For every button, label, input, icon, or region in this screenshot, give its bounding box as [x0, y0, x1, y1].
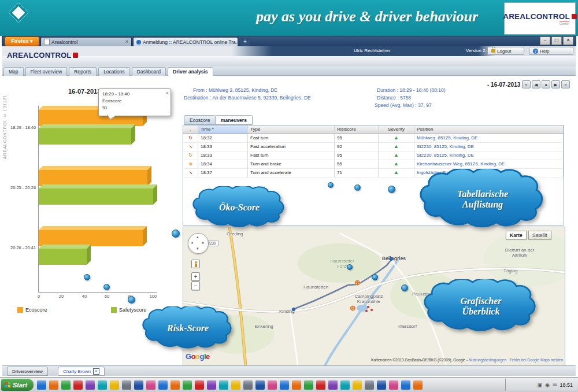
maneuver-map-marker[interactable]: ⊕: [354, 278, 361, 287]
start-button[interactable]: Start: [1, 379, 34, 391]
tab-locations[interactable]: Locations: [98, 67, 129, 76]
next-day-button[interactable]: ▶: [551, 80, 560, 88]
map-pan-control[interactable]: ▴ ▾ ◂ ▸: [188, 233, 209, 254]
tab-driver-analysis[interactable]: Driver analysis: [168, 67, 213, 76]
taskbar-icon[interactable]: [122, 380, 131, 390]
column-severity[interactable]: Severity: [379, 125, 414, 134]
volume-icon[interactable]: ◉: [545, 382, 550, 388]
taskbar-icon[interactable]: [231, 380, 240, 390]
last-day-button[interactable]: »: [561, 80, 570, 88]
tab-driveroverview[interactable]: Driveroverview: [7, 367, 48, 376]
browser-tab-arealcontrol[interactable]: Arealcontrol ×: [40, 37, 132, 46]
maximize-button[interactable]: ▢: [551, 36, 562, 45]
severity-icon: ▲: [394, 143, 399, 149]
taskbar-icon[interactable]: [328, 380, 338, 390]
tab-map[interactable]: Map: [3, 67, 24, 76]
tooltip-close-icon[interactable]: ×: [166, 90, 169, 98]
tab-ecoscore[interactable]: Ecoscore: [184, 115, 216, 125]
taskbar-icon[interactable]: [110, 380, 119, 390]
map-score-dot[interactable]: [372, 274, 378, 280]
column-type[interactable]: Type: [248, 125, 335, 134]
taskbar-icon[interactable]: [243, 380, 253, 390]
tab-charly-brown[interactable]: Charly Brown ×: [58, 367, 105, 376]
pan-up-icon[interactable]: ▴: [197, 235, 199, 239]
network-icon[interactable]: ▣: [538, 382, 543, 388]
taskbar-icon[interactable]: [61, 380, 71, 390]
tab-close-icon[interactable]: ×: [125, 39, 128, 45]
zoom-in-button[interactable]: +: [191, 272, 200, 281]
taskbar-icon[interactable]: [73, 380, 83, 390]
minimize-button[interactable]: –: [540, 36, 550, 45]
help-button[interactable]: ? Help: [529, 47, 573, 55]
taskbar-icon[interactable]: [340, 380, 350, 390]
taskbar-icon[interactable]: [268, 380, 277, 390]
taskbar-icon[interactable]: [158, 380, 168, 390]
taskbar-icon[interactable]: [365, 380, 374, 390]
report-error-link[interactable]: Fehler bei Google Maps melden: [510, 358, 564, 362]
tab-close-icon[interactable]: ×: [93, 368, 99, 375]
column-time[interactable]: Time *: [198, 125, 248, 134]
taskbar-icon[interactable]: [98, 380, 107, 390]
taskbar-icon[interactable]: [255, 380, 265, 390]
firefox-menu-button[interactable]: Firefox ▾: [5, 36, 39, 46]
event-marker[interactable]: [365, 310, 368, 312]
taskbar-icon[interactable]: [86, 380, 95, 390]
event-marker[interactable]: [367, 306, 369, 308]
previous-day-button[interactable]: ◀: [532, 80, 540, 88]
terms-link[interactable]: Nutzungsbedingungen: [469, 358, 506, 362]
tab-maneuvers[interactable]: maneuvers: [215, 115, 253, 125]
origin-marker[interactable]: [292, 308, 295, 311]
taskbar-icon[interactable]: [377, 380, 386, 390]
callout-text: Überblick: [462, 306, 500, 317]
browser-tab-anmeldung[interactable]: Anmeldung :: AREALCONTROL online Tra... …: [133, 37, 238, 46]
taskbar-icon[interactable]: [207, 380, 216, 390]
tab-reports[interactable]: Reports: [69, 67, 97, 76]
tab-dashboard[interactable]: Dashboard: [132, 67, 166, 76]
taskbar-icon[interactable]: [37, 380, 46, 390]
column-icon[interactable]: .: [183, 125, 198, 134]
tab-fleet-overview[interactable]: Fleet overview: [25, 67, 68, 76]
taskbar-icon[interactable]: [49, 380, 58, 390]
pan-down-icon[interactable]: ▾: [197, 246, 199, 251]
taskbar-icon[interactable]: [219, 380, 228, 390]
taskbar-icon[interactable]: [304, 380, 313, 390]
map-attribution: Kartendaten ©2013 GeoBasis-DE/BKG (©2009…: [371, 358, 563, 362]
column-risiscore[interactable]: Risiscore: [335, 125, 379, 134]
taskbar-icon[interactable]: [292, 380, 301, 390]
taskbar-icon[interactable]: [389, 380, 398, 390]
duration-value: 18:29 - 18:40 (00:10): [399, 87, 445, 93]
close-button[interactable]: ✕: [563, 36, 573, 45]
taskbar-icon[interactable]: [134, 380, 143, 390]
map-type-karte-button[interactable]: Karte: [506, 231, 527, 239]
today-button[interactable]: ●: [542, 80, 550, 88]
taskbar-icon[interactable]: [401, 380, 410, 390]
taskbar-icon[interactable]: [195, 380, 204, 390]
column-position[interactable]: Position: [414, 125, 564, 134]
taskbar-icon[interactable]: [316, 380, 325, 390]
pan-left-icon[interactable]: ◂: [191, 241, 193, 245]
first-day-button[interactable]: «: [522, 80, 531, 88]
pan-right-icon[interactable]: ▸: [202, 241, 205, 245]
zoom-out-button[interactable]: −: [191, 282, 200, 290]
taskbar-icon[interactable]: [280, 380, 289, 390]
street-view-pegman[interactable]: [191, 260, 200, 268]
taskbar-icon[interactable]: [413, 380, 423, 390]
new-tab-button[interactable]: +: [240, 38, 250, 46]
event-marker[interactable]: [370, 309, 373, 311]
taskbar-icon[interactable]: [353, 380, 362, 390]
destination-marker[interactable]: [390, 257, 393, 261]
taskbar-icons: [37, 380, 423, 390]
taskbar-icon[interactable]: [171, 380, 180, 390]
table-row[interactable]: ⊕ 18:34 Turn and brake 55 ▲ Kirchanhause…: [183, 160, 564, 169]
mail-icon[interactable]: ✉: [553, 382, 557, 388]
map-score-dot[interactable]: [401, 284, 408, 291]
maneuver-map-marker[interactable]: ⊕: [350, 304, 356, 312]
table-row[interactable]: ↻ 18:32 Fast turn 95 ▲ Mühlweg, 85125, K…: [183, 134, 564, 143]
map-score-dot[interactable]: [347, 264, 353, 270]
logout-button[interactable]: Logout: [487, 47, 524, 55]
table-row[interactable]: ↘ 18:33 Fast acceleration 92 ▲ St2230, 8…: [183, 143, 564, 151]
taskbar-icon[interactable]: [183, 380, 192, 390]
taskbar-icon[interactable]: [146, 380, 155, 390]
map-type-satellit-button[interactable]: Satellit: [528, 231, 551, 239]
table-row[interactable]: ↻ 18:33 Fast turn 95 ▲ St2230, 85125, Ki…: [183, 151, 564, 160]
